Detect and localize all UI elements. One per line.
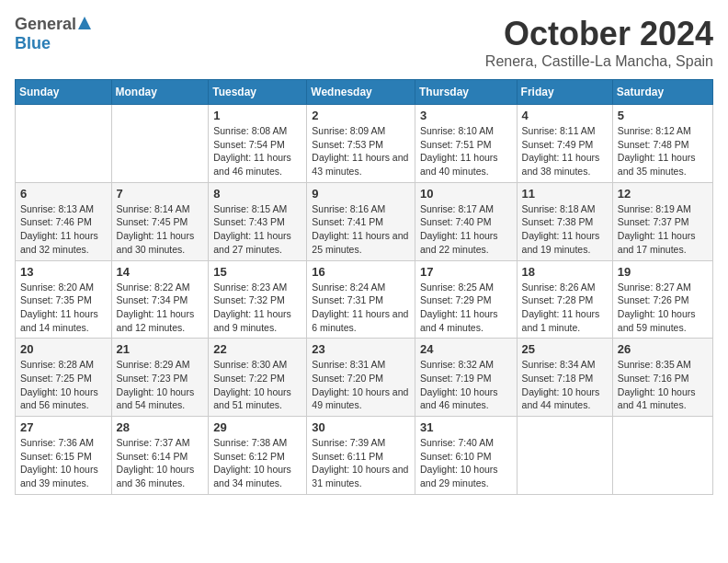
day-detail: Sunrise: 7:38 AM Sunset: 6:12 PM Dayligh… (213, 436, 301, 490)
day-number: 13 (20, 265, 107, 279)
day-number: 11 (522, 187, 608, 201)
day-number: 28 (117, 420, 204, 434)
day-detail: Sunrise: 8:32 AM Sunset: 7:19 PM Dayligh… (420, 358, 512, 412)
calendar-cell: 5Sunrise: 8:12 AM Sunset: 7:48 PM Daylig… (612, 105, 712, 183)
calendar-cell: 2Sunrise: 8:09 AM Sunset: 7:53 PM Daylig… (307, 105, 415, 183)
day-detail: Sunrise: 7:40 AM Sunset: 6:10 PM Dayligh… (420, 436, 512, 490)
day-detail: Sunrise: 8:19 AM Sunset: 7:37 PM Dayligh… (618, 202, 708, 257)
calendar-day-header: Monday (111, 80, 209, 105)
calendar-cell: 15Sunrise: 8:23 AM Sunset: 7:32 PM Dayli… (209, 260, 307, 339)
day-number: 26 (618, 342, 708, 356)
calendar-header-row: SundayMondayTuesdayWednesdayThursdayFrid… (16, 80, 713, 105)
calendar-cell: 22Sunrise: 8:30 AM Sunset: 7:22 PM Dayli… (209, 339, 307, 417)
calendar-day-header: Wednesday (307, 80, 415, 105)
logo-blue: Blue (15, 34, 51, 52)
calendar-week-row: 27Sunrise: 7:36 AM Sunset: 6:15 PM Dayli… (16, 417, 713, 495)
calendar-cell (612, 417, 712, 495)
day-detail: Sunrise: 8:16 AM Sunset: 7:41 PM Dayligh… (312, 202, 410, 257)
day-number: 31 (420, 420, 512, 434)
day-number: 29 (213, 420, 301, 434)
calendar-cell: 27Sunrise: 7:36 AM Sunset: 6:15 PM Dayli… (16, 417, 112, 495)
day-number: 9 (312, 187, 410, 201)
day-number: 24 (420, 342, 512, 356)
day-detail: Sunrise: 8:27 AM Sunset: 7:26 PM Dayligh… (618, 281, 708, 335)
calendar-cell: 26Sunrise: 8:35 AM Sunset: 7:16 PM Dayli… (612, 339, 712, 417)
calendar-cell: 13Sunrise: 8:20 AM Sunset: 7:35 PM Dayli… (16, 260, 112, 339)
calendar-week-row: 6Sunrise: 8:13 AM Sunset: 7:46 PM Daylig… (16, 182, 713, 260)
calendar-cell: 31Sunrise: 7:40 AM Sunset: 6:10 PM Dayli… (415, 417, 517, 495)
day-detail: Sunrise: 8:18 AM Sunset: 7:38 PM Dayligh… (522, 202, 608, 257)
day-detail: Sunrise: 8:35 AM Sunset: 7:16 PM Dayligh… (618, 358, 708, 412)
day-detail: Sunrise: 8:10 AM Sunset: 7:51 PM Dayligh… (420, 124, 512, 178)
calendar-cell: 17Sunrise: 8:25 AM Sunset: 7:29 PM Dayli… (415, 260, 517, 339)
calendar-cell: 21Sunrise: 8:29 AM Sunset: 7:23 PM Dayli… (111, 339, 209, 417)
day-detail: Sunrise: 8:22 AM Sunset: 7:34 PM Dayligh… (117, 281, 204, 335)
calendar-day-header: Sunday (16, 80, 112, 105)
calendar-cell: 20Sunrise: 8:28 AM Sunset: 7:25 PM Dayli… (16, 339, 112, 417)
calendar-cell: 24Sunrise: 8:32 AM Sunset: 7:19 PM Dayli… (415, 339, 517, 417)
location-subtitle: Renera, Castille-La Mancha, Spain (485, 53, 713, 70)
day-number: 21 (117, 342, 204, 356)
day-number: 1 (213, 109, 301, 122)
day-number: 7 (117, 187, 204, 201)
day-detail: Sunrise: 8:25 AM Sunset: 7:29 PM Dayligh… (420, 281, 512, 335)
calendar-cell: 30Sunrise: 7:39 AM Sunset: 6:11 PM Dayli… (307, 417, 415, 495)
day-number: 6 (20, 187, 107, 201)
day-detail: Sunrise: 8:30 AM Sunset: 7:22 PM Dayligh… (213, 358, 301, 412)
calendar-cell: 23Sunrise: 8:31 AM Sunset: 7:20 PM Dayli… (307, 339, 415, 417)
day-detail: Sunrise: 8:09 AM Sunset: 7:53 PM Dayligh… (312, 124, 410, 178)
header: General Blue October 2024 Renera, Castil… (15, 15, 713, 70)
day-detail: Sunrise: 8:17 AM Sunset: 7:40 PM Dayligh… (420, 202, 512, 257)
calendar-cell: 14Sunrise: 8:22 AM Sunset: 7:34 PM Dayli… (111, 260, 209, 339)
calendar-cell: 12Sunrise: 8:19 AM Sunset: 7:37 PM Dayli… (612, 182, 712, 260)
calendar-body: 1Sunrise: 8:08 AM Sunset: 7:54 PM Daylig… (16, 105, 713, 495)
day-number: 23 (312, 342, 410, 356)
day-number: 16 (312, 265, 410, 279)
day-number: 18 (522, 265, 608, 279)
calendar-day-header: Saturday (612, 80, 712, 105)
calendar-cell: 7Sunrise: 8:14 AM Sunset: 7:45 PM Daylig… (111, 182, 209, 260)
day-number: 22 (213, 342, 301, 356)
day-detail: Sunrise: 8:23 AM Sunset: 7:32 PM Dayligh… (213, 281, 301, 335)
calendar-cell: 18Sunrise: 8:26 AM Sunset: 7:28 PM Dayli… (517, 260, 612, 339)
day-number: 17 (420, 265, 512, 279)
calendar-cell: 6Sunrise: 8:13 AM Sunset: 7:46 PM Daylig… (16, 182, 112, 260)
day-number: 19 (618, 265, 708, 279)
calendar-cell: 10Sunrise: 8:17 AM Sunset: 7:40 PM Dayli… (415, 182, 517, 260)
calendar-cell: 29Sunrise: 7:38 AM Sunset: 6:12 PM Dayli… (209, 417, 307, 495)
day-number: 12 (618, 187, 708, 201)
calendar-cell (517, 417, 612, 495)
day-detail: Sunrise: 8:13 AM Sunset: 7:46 PM Dayligh… (20, 202, 107, 257)
day-number: 20 (20, 342, 107, 356)
calendar-week-row: 1Sunrise: 8:08 AM Sunset: 7:54 PM Daylig… (16, 105, 713, 183)
calendar-cell: 28Sunrise: 7:37 AM Sunset: 6:14 PM Dayli… (111, 417, 209, 495)
svg-marker-0 (78, 17, 91, 29)
day-number: 5 (618, 109, 708, 122)
calendar-day-header: Friday (517, 80, 612, 105)
day-number: 10 (420, 187, 512, 201)
calendar-cell (111, 105, 209, 183)
day-detail: Sunrise: 8:24 AM Sunset: 7:31 PM Dayligh… (312, 281, 410, 335)
calendar-cell: 19Sunrise: 8:27 AM Sunset: 7:26 PM Dayli… (612, 260, 712, 339)
calendar-table: SundayMondayTuesdayWednesdayThursdayFrid… (15, 79, 713, 495)
calendar-day-header: Tuesday (209, 80, 307, 105)
day-detail: Sunrise: 8:26 AM Sunset: 7:28 PM Dayligh… (522, 281, 608, 335)
day-detail: Sunrise: 8:11 AM Sunset: 7:49 PM Dayligh… (522, 124, 608, 178)
calendar-cell: 1Sunrise: 8:08 AM Sunset: 7:54 PM Daylig… (209, 105, 307, 183)
calendar-cell: 9Sunrise: 8:16 AM Sunset: 7:41 PM Daylig… (307, 182, 415, 260)
day-number: 2 (312, 109, 410, 122)
day-detail: Sunrise: 8:34 AM Sunset: 7:18 PM Dayligh… (522, 358, 608, 412)
day-detail: Sunrise: 8:14 AM Sunset: 7:45 PM Dayligh… (117, 202, 204, 257)
calendar-cell (16, 105, 112, 183)
day-detail: Sunrise: 8:15 AM Sunset: 7:43 PM Dayligh… (213, 202, 301, 257)
day-number: 30 (312, 420, 410, 434)
calendar-week-row: 20Sunrise: 8:28 AM Sunset: 7:25 PM Dayli… (16, 339, 713, 417)
calendar-day-header: Thursday (415, 80, 517, 105)
calendar-cell: 11Sunrise: 8:18 AM Sunset: 7:38 PM Dayli… (517, 182, 612, 260)
day-detail: Sunrise: 8:29 AM Sunset: 7:23 PM Dayligh… (117, 358, 204, 412)
calendar-cell: 16Sunrise: 8:24 AM Sunset: 7:31 PM Dayli… (307, 260, 415, 339)
day-number: 8 (213, 187, 301, 201)
day-number: 14 (117, 265, 204, 279)
day-detail: Sunrise: 8:28 AM Sunset: 7:25 PM Dayligh… (20, 358, 107, 412)
title-area: October 2024 Renera, Castille-La Mancha,… (485, 15, 713, 70)
